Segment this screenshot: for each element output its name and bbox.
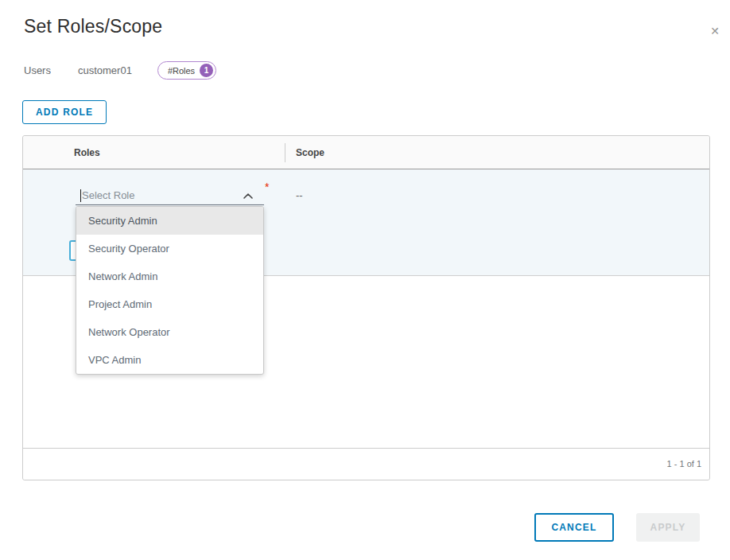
grid-footer: 1 - 1 of 1: [23, 448, 709, 480]
role-option-project-admin[interactable]: Project Admin: [76, 290, 263, 318]
set-roles-scope-dialog: Set Roles/Scope ✕ Users customer01 #Role…: [0, 0, 730, 560]
dialog-subheader: Users customer01 #Roles 1: [24, 60, 216, 80]
roles-count-badge: #Roles 1: [157, 61, 216, 80]
role-select-combobox[interactable]: Select Role: [76, 186, 264, 205]
pagination-label: 1 - 1 of 1: [667, 449, 701, 480]
role-option-network-operator[interactable]: Network Operator: [76, 318, 263, 346]
role-dropdown-menu: Security Admin Security Operator Network…: [76, 206, 264, 375]
role-option-security-admin[interactable]: Security Admin: [76, 207, 263, 235]
page-title: Set Roles/Scope: [24, 16, 162, 37]
scope-value: --: [296, 186, 303, 205]
role-option-vpc-admin[interactable]: VPC Admin: [76, 346, 263, 374]
role-select-placeholder: Select Role: [82, 186, 134, 205]
add-role-button[interactable]: ADD ROLE: [22, 100, 107, 124]
roles-badge-count: 1: [200, 64, 213, 77]
role-option-security-operator[interactable]: Security Operator: [76, 235, 263, 262]
roles-badge-label: #Roles: [168, 66, 195, 76]
column-header-scope: Scope: [296, 136, 324, 169]
column-divider: [285, 143, 285, 162]
entity-type-label: Users: [24, 64, 51, 76]
grid-header: Roles Scope: [23, 136, 709, 169]
entity-name: customer01: [78, 64, 132, 76]
apply-button[interactable]: APPLY: [636, 513, 700, 542]
close-icon[interactable]: ✕: [706, 22, 724, 40]
column-header-roles: Roles: [74, 136, 100, 169]
text-cursor: [80, 189, 81, 202]
cancel-button[interactable]: CANCEL: [534, 513, 614, 542]
chevron-up-icon[interactable]: [243, 193, 253, 199]
required-asterisk: *: [265, 181, 269, 193]
role-option-network-admin[interactable]: Network Admin: [76, 262, 263, 290]
